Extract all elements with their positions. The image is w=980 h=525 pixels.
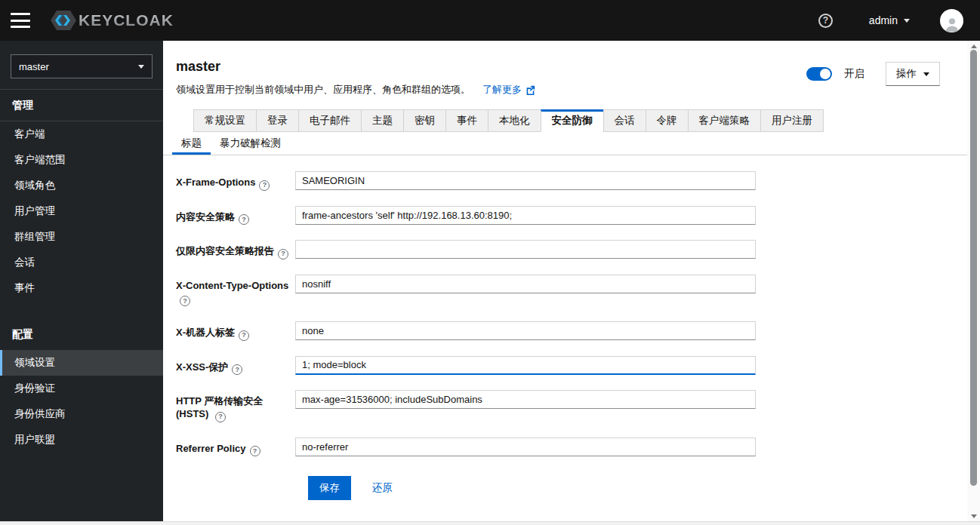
tab-tokens[interactable]: 令牌 [646, 109, 689, 132]
form-row: X-机器人标签? [176, 321, 967, 341]
brand-text: KEYCLOAK [79, 11, 174, 29]
learn-more-link[interactable]: 了解更多 [482, 83, 535, 97]
tab-login[interactable]: 登录 [256, 109, 299, 132]
tab-user-registration[interactable]: 用户注册 [760, 109, 824, 132]
x-content-type-options-input[interactable] [295, 275, 756, 293]
chevron-down-icon [923, 72, 929, 76]
person-icon [944, 16, 960, 32]
field-label-hsts: HTTP 严格传输安全 (HSTS) ? [176, 390, 295, 422]
tab-sessions[interactable]: 会话 [603, 109, 646, 132]
help-icon[interactable]: ? [180, 296, 190, 306]
field-label-x-frame-options: X-Frame-Options? [176, 171, 295, 191]
field-label-content-security-policy: 内容安全策略? [176, 206, 295, 226]
help-icon[interactable]: ? [818, 14, 833, 28]
form-row: X-XSS-保护? [176, 356, 967, 376]
help-icon[interactable]: ? [239, 214, 249, 225]
sidebar-item-groups[interactable]: 群组管理 [0, 224, 163, 250]
username: admin [869, 14, 898, 26]
field-label-x-content-type-options: X-Content-Type-Options? [176, 275, 295, 307]
sidebar-item-realm-roles[interactable]: 领域角色 [0, 173, 163, 198]
sidebar: master 管理 客户端 客户端范围 领域角色 用户管理 群组管理 会话 事件… [0, 41, 163, 525]
chevron-down-icon [138, 65, 144, 69]
page-title: master [176, 59, 535, 75]
security-defenses-subtabs: 标题 暴力破解检测 [163, 132, 967, 155]
tab-localization[interactable]: 本地化 [488, 109, 541, 132]
field-label-referrer-policy: Referrer Policy? [176, 438, 295, 457]
csp-report-only-input[interactable] [295, 240, 756, 259]
save-button[interactable]: 保存 [308, 476, 351, 500]
form-row: X-Content-Type-Options? [176, 275, 967, 307]
field-label-x-robots-tag: X-机器人标签? [176, 321, 295, 341]
chevron-down-icon [904, 19, 910, 23]
horizontal-scrollbar-track[interactable] [0, 521, 980, 525]
keycloak-logo[interactable]: KEYCLOAK [50, 8, 174, 32]
hsts-input[interactable] [295, 390, 756, 409]
realm-enabled-toggle[interactable] [806, 67, 832, 81]
help-icon[interactable]: ? [232, 364, 242, 375]
help-icon[interactable]: ? [259, 180, 270, 191]
x-xss-protection-input[interactable] [295, 356, 756, 375]
top-bar: KEYCLOAK ? admin [0, 0, 980, 41]
nav-section-configure: 配置 [0, 319, 163, 350]
field-label-x-xss-protection: X-XSS-保护? [176, 356, 295, 376]
sidebar-item-authentication[interactable]: 身份验证 [0, 376, 163, 401]
form-row: X-Frame-Options? [176, 171, 967, 191]
tab-general[interactable]: 常规设置 [193, 109, 257, 132]
headers-form: X-Frame-Options? 内容安全策略? 仅限内容安全策略报告? X-C… [163, 155, 967, 500]
sidebar-item-identity-providers[interactable]: 身份供应商 [0, 401, 163, 427]
subtab-brute-force-detection[interactable]: 暴力破解检测 [211, 132, 290, 155]
sidebar-item-users[interactable]: 用户管理 [0, 198, 163, 224]
nav-section-manage: 管理 [0, 90, 163, 121]
form-row: 仅限内容安全策略报告? [176, 240, 967, 259]
sidebar-item-realm-settings[interactable]: 领域设置 [0, 350, 163, 376]
realm-selector-value: master [19, 61, 49, 72]
realm-settings-tabs: 常规设置 登录 电子邮件 主题 密钥 事件 本地化 安全防御 会话 令牌 客户端… [193, 109, 967, 132]
toggle-label: 开启 [844, 67, 864, 81]
help-icon[interactable]: ? [278, 249, 288, 259]
keycloak-logo-icon [50, 8, 77, 32]
subtab-headers[interactable]: 标题 [172, 132, 211, 155]
form-row: Referrer Policy? [176, 438, 967, 457]
content-security-policy-input[interactable] [295, 206, 756, 225]
realm-selector[interactable]: master [11, 54, 153, 78]
user-menu[interactable]: admin [869, 14, 910, 26]
actions-dropdown-button[interactable]: 操作 [886, 62, 940, 86]
help-icon[interactable]: ? [215, 412, 226, 422]
tab-email[interactable]: 电子邮件 [298, 109, 362, 132]
x-frame-options-input[interactable] [295, 171, 756, 190]
sidebar-item-user-federation[interactable]: 用户联盟 [0, 427, 163, 453]
scroll-down-arrow-icon[interactable] [967, 511, 980, 521]
scrollbar-thumb[interactable] [970, 50, 977, 486]
help-icon[interactable]: ? [250, 446, 260, 456]
sidebar-item-sessions[interactable]: 会话 [0, 250, 163, 275]
tab-events[interactable]: 事件 [445, 109, 488, 132]
main-content: master 领域设置用于控制当前领域中用户、应用程序、角色和群组的选项。 了解… [163, 41, 980, 525]
revert-link[interactable]: 还原 [372, 481, 393, 495]
tab-themes[interactable]: 主题 [361, 109, 404, 132]
referrer-policy-input[interactable] [295, 438, 756, 456]
external-link-icon [525, 85, 535, 95]
x-robots-tag-input[interactable] [295, 321, 756, 340]
form-row: 内容安全策略? [176, 206, 967, 226]
page-header: master 领域设置用于控制当前领域中用户、应用程序、角色和群组的选项。 了解… [163, 41, 967, 97]
tab-security-defenses[interactable]: 安全防御 [541, 109, 604, 132]
hamburger-menu-icon[interactable] [11, 13, 30, 28]
tab-client-policies[interactable]: 客户端策略 [688, 109, 762, 132]
tab-keys[interactable]: 密钥 [403, 109, 446, 132]
form-row: HTTP 严格传输安全 (HSTS) ? [176, 390, 967, 422]
sidebar-item-client-scopes[interactable]: 客户端范围 [0, 147, 163, 173]
vertical-scrollbar[interactable] [967, 41, 980, 521]
avatar[interactable] [940, 9, 963, 32]
sidebar-item-clients[interactable]: 客户端 [0, 121, 163, 147]
help-icon[interactable]: ? [239, 330, 249, 341]
page-description: 领域设置用于控制当前领域中用户、应用程序、角色和群组的选项。 [176, 83, 470, 97]
field-label-csp-report-only: 仅限内容安全策略报告? [176, 240, 295, 259]
sidebar-item-events[interactable]: 事件 [0, 275, 163, 301]
